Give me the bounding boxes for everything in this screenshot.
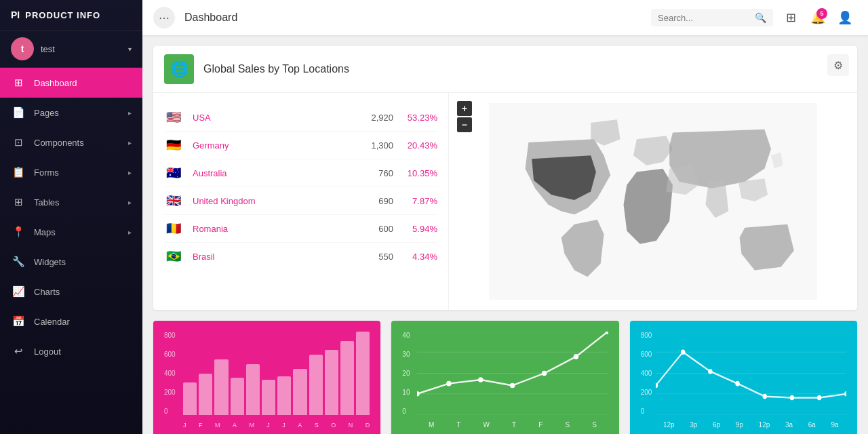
notification-button[interactable]: 🔔 5 (806, 5, 830, 30)
sidebar-item-label: Forms (34, 167, 128, 178)
zoom-in-button[interactable]: + (457, 101, 472, 116)
world-map-svg (457, 103, 849, 300)
map-card-title: Global Sales by Top Locations (203, 63, 349, 75)
table-row: 🇩🇪 Germany 1,300 20.43% (164, 132, 437, 159)
settings-button[interactable]: ⚙ (827, 54, 849, 76)
svg-point-11 (574, 354, 579, 359)
country-name: Australia (193, 168, 353, 178)
table-row: 🇦🇺 Australia 760 10.35% (164, 159, 437, 187)
sidebar-item-label: Tables (34, 197, 128, 208)
country-count: 2,920 (353, 113, 393, 123)
country-name: Brasil (193, 252, 353, 262)
website-views-card: 800 600 400 200 0 JFMAMJJASOND Website V… (153, 321, 380, 434)
svg-point-19 (681, 349, 685, 355)
flag-icon: 🇧🇷 (164, 250, 183, 263)
bar (293, 369, 307, 415)
logout-icon: ↩ (11, 344, 26, 359)
logo-title: PRODUCT INFO (25, 10, 100, 20)
sidebar-item-pages[interactable]: 📄 Pages ▸ (0, 98, 142, 127)
page-title: Dashboard (184, 12, 651, 24)
world-map: + − (449, 93, 857, 310)
svg-point-21 (735, 381, 739, 387)
sidebar-item-components[interactable]: ⊡ Components ▸ (0, 127, 142, 157)
sidebar-item-forms[interactable]: 📋 Forms ▸ (0, 157, 142, 187)
notification-badge: 5 (816, 8, 827, 19)
search-input[interactable] (658, 13, 755, 23)
sidebar-item-charts[interactable]: 📈 Charts (0, 277, 142, 307)
zoom-out-button[interactable]: − (457, 117, 472, 132)
avatar: t (11, 37, 34, 60)
user-profile-button[interactable]: 👤 (833, 5, 857, 30)
content-area: 🌐 Global Sales by Top Locations ⚙ 🇺🇸 USA… (142, 35, 868, 434)
country-pct: 20.43% (393, 140, 437, 151)
line-chart-y-labels: 40 30 20 10 0 (402, 332, 410, 415)
zoom-controls: + − (457, 101, 472, 132)
svg-point-7 (446, 381, 452, 387)
chevron-right-icon: ▸ (128, 199, 132, 206)
tables-icon: ⊞ (11, 195, 26, 210)
flag-icon: 🇩🇪 (164, 138, 183, 152)
map-card-body: 🇺🇸 USA 2,920 53.23% 🇩🇪 Germany 1,300 20.… (153, 93, 857, 310)
daily-sales-card: 40 30 20 10 0 (391, 321, 618, 434)
sidebar-item-label: Pages (34, 108, 128, 118)
sidebar-nav: ⊞ Dashboard 📄 Pages ▸ ⊡ Components ▸ 📋 F… (0, 68, 142, 434)
sidebar-logo: PI PRODUCT INFO (0, 0, 142, 31)
sidebar-item-logout[interactable]: ↩ Logout (0, 336, 142, 366)
dashboard-icon: ⊞ (11, 75, 26, 90)
tasks-svg-area (656, 332, 846, 415)
sidebar-item-maps[interactable]: 📍 Maps ▸ (0, 217, 142, 247)
map-card-header: 🌐 Global Sales by Top Locations (153, 46, 857, 93)
bar-chart-y-labels: 800 600 400 200 0 (164, 332, 176, 415)
flag-icon: 🇺🇸 (164, 111, 183, 124)
bar (231, 378, 244, 415)
chevron-down-icon: ▾ (128, 45, 132, 53)
sidebar-item-widgets[interactable]: 🔧 Widgets (0, 247, 142, 277)
table-row: 🇺🇸 USA 2,920 53.23% (164, 104, 437, 132)
svg-point-8 (478, 377, 484, 382)
line-chart-daily: 40 30 20 10 0 (402, 332, 608, 429)
flag-icon: 🇬🇧 (164, 194, 183, 208)
sidebar-item-label: Maps (34, 227, 128, 237)
country-name: Germany (193, 140, 353, 151)
forms-icon: 📋 (11, 165, 26, 180)
country-name: Romania (193, 224, 353, 234)
bar (262, 380, 275, 415)
sidebar-item-calendar[interactable]: 📅 Calendar (0, 307, 142, 336)
country-pct: 53.23% (393, 113, 437, 123)
main-area: ⋯ Dashboard 🔍 ⊞ 🔔 5 👤 🌐 Global Sales by … (142, 0, 868, 434)
sidebar-user[interactable]: t test ▾ (0, 31, 142, 68)
completed-tasks-chart: 800 600 400 200 0 (630, 321, 857, 434)
pages-icon: 📄 (11, 105, 26, 120)
svg-point-10 (542, 371, 547, 376)
sidebar-item-label: Calendar (34, 317, 132, 327)
bar (277, 376, 291, 415)
sidebar-item-tables[interactable]: ⊞ Tables ▸ (0, 187, 142, 217)
search-bar[interactable]: 🔍 (651, 9, 773, 26)
country-pct: 4.34% (393, 252, 437, 262)
search-icon: 🔍 (755, 12, 766, 23)
charts-icon: 📈 (11, 284, 26, 299)
sidebar-item-label: Widgets (34, 257, 132, 267)
components-icon: ⊡ (11, 135, 26, 150)
bar (356, 332, 370, 415)
svg-point-9 (510, 383, 515, 389)
grid-view-button[interactable]: ⊞ (778, 5, 803, 30)
chevron-right-icon: ▸ (128, 109, 132, 117)
country-count: 690 (353, 196, 393, 206)
chevron-right-icon: ▸ (128, 169, 132, 176)
svg-point-25 (844, 391, 846, 397)
country-pct: 5.94% (393, 224, 437, 234)
bar-chart-grid: 800 600 400 200 0 JFMAMJJASOND (164, 332, 370, 429)
sidebar-item-dashboard[interactable]: ⊞ Dashboard (0, 68, 142, 98)
bar (340, 341, 354, 415)
table-row: 🇬🇧 United Kingdom 690 7.87% (164, 187, 437, 215)
country-count: 760 (353, 168, 393, 178)
table-row: 🇧🇷 Brasil 550 4.34% (164, 243, 437, 270)
menu-button[interactable]: ⋯ (153, 7, 175, 28)
country-count: 1,300 (353, 140, 393, 151)
sidebar: PI PRODUCT INFO t test ▾ ⊞ Dashboard 📄 P… (0, 0, 142, 434)
maps-icon: 📍 (11, 224, 26, 239)
sidebar-item-label: Logout (34, 347, 132, 357)
country-pct: 7.87% (393, 196, 437, 206)
table-row: 🇷🇴 Romania 600 5.94% (164, 215, 437, 243)
